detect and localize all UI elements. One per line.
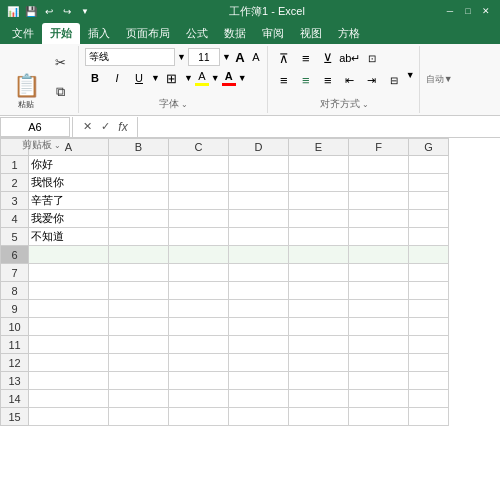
cell-15-0[interactable] <box>29 408 109 426</box>
col-header-G[interactable]: G <box>409 139 449 156</box>
cell-12-2[interactable] <box>169 354 229 372</box>
cell-2-4[interactable] <box>289 174 349 192</box>
col-header-F[interactable]: F <box>349 139 409 156</box>
cell-12-3[interactable] <box>229 354 289 372</box>
alignment-expand-icon[interactable]: ⌄ <box>362 100 369 109</box>
tab-view[interactable]: 视图 <box>292 23 330 44</box>
cell-4-3[interactable] <box>229 210 289 228</box>
col-header-C[interactable]: C <box>169 139 229 156</box>
decrease-indent-button[interactable]: ⇤ <box>340 70 360 90</box>
tab-pagelayout[interactable]: 页面布局 <box>118 23 178 44</box>
formula-input[interactable] <box>140 117 500 137</box>
tab-file[interactable]: 文件 <box>4 23 42 44</box>
cell-4-5[interactable] <box>349 210 409 228</box>
row-header-9[interactable]: 9 <box>1 300 29 318</box>
cell-6-2[interactable] <box>169 246 229 264</box>
cell-2-1[interactable] <box>109 174 169 192</box>
row-header-15[interactable]: 15 <box>1 408 29 426</box>
font-size-decrease-button[interactable]: A <box>249 50 263 64</box>
font-name-dropdown-icon[interactable]: ▼ <box>177 52 186 62</box>
cell-5-5[interactable] <box>349 228 409 246</box>
cell-9-1[interactable] <box>109 300 169 318</box>
font-expand-icon[interactable]: ⌄ <box>181 100 188 109</box>
cell-6-6[interactable] <box>409 246 449 264</box>
cell-5-2[interactable] <box>169 228 229 246</box>
row-header-14[interactable]: 14 <box>1 390 29 408</box>
font-size-dropdown-icon[interactable]: ▼ <box>222 52 231 62</box>
cell-6-3[interactable] <box>229 246 289 264</box>
copy-button[interactable]: ⧉ <box>46 78 74 106</box>
redo-icon[interactable]: ↪ <box>60 4 74 18</box>
paste-button[interactable]: 📋 粘贴 <box>8 66 44 118</box>
cancel-formula-button[interactable]: ✕ <box>79 120 95 133</box>
row-header-6[interactable]: 6 <box>1 246 29 264</box>
cell-4-4[interactable] <box>289 210 349 228</box>
cell-2-6[interactable] <box>409 174 449 192</box>
cell-13-4[interactable] <box>289 372 349 390</box>
cell-1-5[interactable] <box>349 156 409 174</box>
border-dropdown[interactable]: ▼ <box>184 73 193 83</box>
row-header-5[interactable]: 5 <box>1 228 29 246</box>
align-right-button[interactable]: ≡ <box>318 70 338 90</box>
cell-10-3[interactable] <box>229 318 289 336</box>
increase-indent-button[interactable]: ⇥ <box>362 70 382 90</box>
font-name-input[interactable] <box>85 48 175 66</box>
maximize-button[interactable]: □ <box>460 4 476 18</box>
cell-7-2[interactable] <box>169 264 229 282</box>
cell-15-5[interactable] <box>349 408 409 426</box>
row-header-3[interactable]: 3 <box>1 192 29 210</box>
close-button[interactable]: ✕ <box>478 4 494 18</box>
tab-insert[interactable]: 插入 <box>80 23 118 44</box>
insert-function-button[interactable]: fx <box>115 120 131 134</box>
cell-1-4[interactable] <box>289 156 349 174</box>
cell-4-2[interactable] <box>169 210 229 228</box>
cell-8-3[interactable] <box>229 282 289 300</box>
align-center-button[interactable]: ≡ <box>296 70 316 90</box>
cell-8-4[interactable] <box>289 282 349 300</box>
cell-14-5[interactable] <box>349 390 409 408</box>
row-header-1[interactable]: 1 <box>1 156 29 174</box>
cell-3-2[interactable] <box>169 192 229 210</box>
cell-11-6[interactable] <box>409 336 449 354</box>
row-header-2[interactable]: 2 <box>1 174 29 192</box>
font-color-button[interactable]: A <box>222 70 236 86</box>
row-header-4[interactable]: 4 <box>1 210 29 228</box>
tab-review[interactable]: 审阅 <box>254 23 292 44</box>
cell-7-4[interactable] <box>289 264 349 282</box>
cell-8-0[interactable] <box>29 282 109 300</box>
cell-12-5[interactable] <box>349 354 409 372</box>
cell-11-3[interactable] <box>229 336 289 354</box>
border-button[interactable]: ⊞ <box>162 68 182 88</box>
col-header-B[interactable]: B <box>109 139 169 156</box>
cell-8-5[interactable] <box>349 282 409 300</box>
merge-dropdown[interactable]: ▼ <box>406 70 415 90</box>
cell-5-6[interactable] <box>409 228 449 246</box>
italic-button[interactable]: I <box>107 68 127 88</box>
cell-6-4[interactable] <box>289 246 349 264</box>
cell-2-3[interactable] <box>229 174 289 192</box>
fill-color-dropdown[interactable]: ▼ <box>211 73 220 83</box>
cell-1-3[interactable] <box>229 156 289 174</box>
cell-12-4[interactable] <box>289 354 349 372</box>
col-header-D[interactable]: D <box>229 139 289 156</box>
cell-7-1[interactable] <box>109 264 169 282</box>
cell-9-3[interactable] <box>229 300 289 318</box>
cell-1-1[interactable] <box>109 156 169 174</box>
cell-5-4[interactable] <box>289 228 349 246</box>
row-header-10[interactable]: 10 <box>1 318 29 336</box>
merge-center-button[interactable]: ⊟ <box>384 70 404 90</box>
cell-7-0[interactable] <box>29 264 109 282</box>
cell-1-6[interactable] <box>409 156 449 174</box>
font-size-increase-button[interactable]: A <box>233 50 247 64</box>
cell-3-5[interactable] <box>349 192 409 210</box>
cell-4-1[interactable] <box>109 210 169 228</box>
cell-5-3[interactable] <box>229 228 289 246</box>
cut-button[interactable]: ✂ <box>46 48 74 76</box>
cell-6-5[interactable] <box>349 246 409 264</box>
cell-13-6[interactable] <box>409 372 449 390</box>
cell-2-5[interactable] <box>349 174 409 192</box>
align-top-button[interactable]: ⊼ <box>274 48 294 68</box>
cell-15-3[interactable] <box>229 408 289 426</box>
cell-3-4[interactable] <box>289 192 349 210</box>
minimize-button[interactable]: ─ <box>442 4 458 18</box>
